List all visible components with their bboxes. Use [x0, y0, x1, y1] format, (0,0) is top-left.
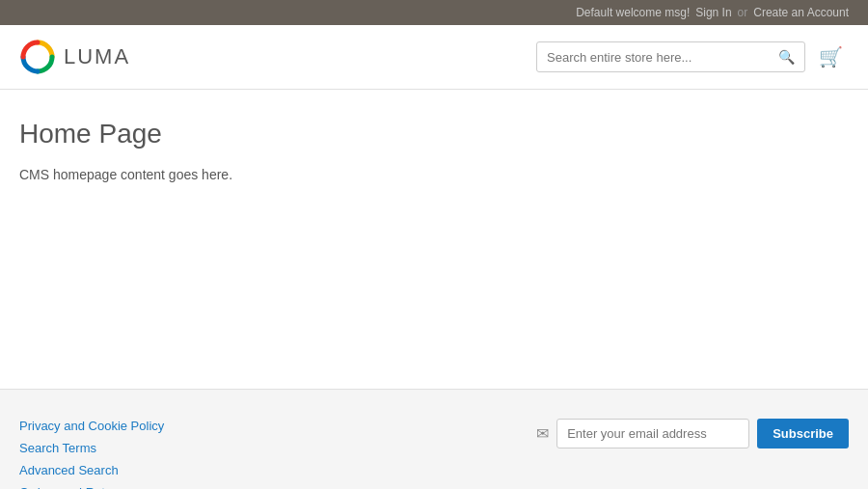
footer: Privacy and Cookie PolicySearch TermsAdv…: [0, 389, 868, 489]
page-title: Home Page: [19, 119, 849, 149]
footer-link[interactable]: Orders and Returns: [19, 485, 164, 489]
top-bar: Default welcome msg! Sign In or Create a…: [0, 0, 868, 25]
search-button[interactable]: 🔍: [769, 42, 804, 71]
main-content: Home Page CMS homepage content goes here…: [0, 90, 868, 389]
sign-in-link[interactable]: Sign In: [695, 6, 731, 19]
footer-links: Privacy and Cookie PolicySearch TermsAdv…: [19, 419, 164, 489]
header: LUMA 🔍 🛒: [0, 25, 868, 90]
top-bar-separator: or: [738, 6, 748, 19]
cms-content: CMS homepage content goes here.: [19, 167, 849, 182]
search-input[interactable]: [537, 43, 769, 71]
cart-icon: 🛒: [819, 46, 843, 68]
logo-text: LUMA: [64, 44, 130, 69]
newsletter-area: ✉ Subscribe: [536, 419, 849, 448]
footer-link[interactable]: Advanced Search: [19, 463, 164, 477]
subscribe-button[interactable]: Subscribe: [757, 419, 849, 448]
logo-area: LUMA: [19, 39, 130, 75]
welcome-message: Default welcome msg!: [576, 6, 690, 19]
footer-link[interactable]: Privacy and Cookie Policy: [19, 419, 164, 433]
footer-inner: Privacy and Cookie PolicySearch TermsAdv…: [19, 419, 849, 489]
luma-logo-icon: [19, 39, 56, 75]
create-account-link[interactable]: Create an Account: [753, 6, 849, 19]
search-icon: 🔍: [778, 49, 795, 65]
header-right: 🔍 🛒: [536, 41, 849, 72]
footer-link[interactable]: Search Terms: [19, 441, 164, 455]
newsletter-email-input[interactable]: [556, 419, 749, 448]
email-icon: ✉: [536, 424, 549, 443]
search-box: 🔍: [536, 41, 805, 72]
cart-button[interactable]: 🛒: [813, 41, 849, 72]
